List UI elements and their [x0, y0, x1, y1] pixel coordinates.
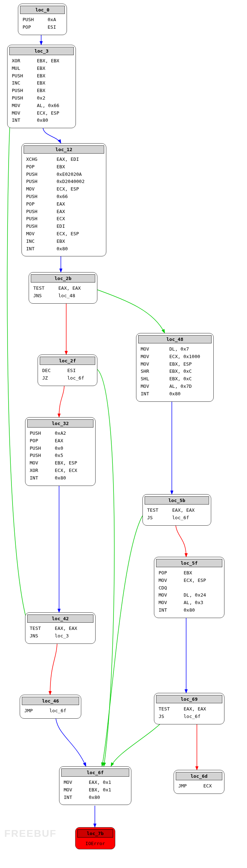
instruction: MOVECX, ESP: [26, 185, 102, 193]
block-loc-6f[interactable]: loc_6f MOVEAX, 0x1 MOVEBX, 0x1 INT0x80: [59, 766, 131, 805]
instruction: MOVECX, ESP: [26, 230, 102, 238]
edge: [97, 369, 114, 766]
instruction: MOVECX, 0x1000: [141, 353, 209, 361]
edge: [111, 720, 165, 766]
block-title: loc_12: [24, 145, 104, 154]
block-title: loc_6d: [176, 772, 222, 780]
block-title: loc_46: [22, 697, 79, 705]
instruction: XCHGEAX, EDI: [26, 156, 102, 163]
instruction: TESTEAX, EAX: [159, 705, 220, 713]
error-text: IOError: [76, 839, 115, 849]
block-title: loc_7b: [77, 829, 113, 838]
block-loc-32[interactable]: loc_32 PUSH0xA2 POPEAX PUSH0x0 PUSH0x5 M…: [25, 417, 96, 486]
instruction: MOVECX, ESP: [159, 577, 220, 584]
instruction: POPEAX: [30, 437, 91, 445]
instruction: MOVECX, ESP: [12, 110, 71, 117]
block-title: loc_3: [9, 47, 74, 55]
instruction: JNSloc_3: [30, 632, 91, 640]
instruction: PUSH0xA2: [30, 430, 91, 437]
block-body: TESTEAX, EAX JSloc_6f: [154, 703, 224, 724]
block-body: TESTEAX, EAX JNSloc_3: [25, 623, 95, 643]
instruction: MOVDL, 0x7: [141, 346, 209, 353]
block-title: loc_2f: [40, 357, 95, 365]
block-title: loc_48: [138, 335, 212, 343]
edge: [59, 381, 64, 417]
block-body: MOVDL, 0x7 MOVECX, 0x1000 MOVEBX, ESP SH…: [136, 343, 213, 401]
instruction: INT0x80: [12, 117, 71, 124]
instruction: MOVDL, 0x24: [159, 592, 220, 599]
block-title: loc_42: [27, 614, 93, 623]
instruction: PUSHEBX: [12, 87, 71, 95]
edge: [43, 127, 61, 143]
block-body: POPEBX MOVECX, ESP CDQ MOVDL, 0x24 MOVAL…: [154, 567, 224, 618]
instruction: MOVEBX, 0x1: [64, 786, 127, 794]
block-loc-0[interactable]: loc_0 PUSH0xA POPESI: [18, 4, 67, 35]
block-body: MOVEAX, 0x1 MOVEBX, 0x1 INT0x80: [59, 777, 131, 805]
instruction: SHREBX, 0xC: [141, 368, 209, 375]
block-title: loc_5f: [156, 559, 222, 567]
block-body: TESTEAX, EAX JNSloc_48: [29, 283, 97, 303]
instruction: JZloc_6f: [42, 375, 93, 382]
instruction: MOVAL, 0x66: [12, 102, 71, 110]
instruction: PUSH0xA: [23, 16, 62, 24]
instruction: JMPECX: [178, 782, 220, 790]
instruction: MOVEBX, ESP: [141, 361, 209, 368]
instruction: PUSHEBX: [12, 72, 71, 80]
block-body: PUSH0xA2 POPEAX PUSH0x0 PUSH0x5 MOVEBX, …: [25, 428, 95, 486]
block-loc-46[interactable]: loc_46 JMPloc_6f: [20, 695, 81, 719]
instruction: PUSH0x2: [12, 95, 71, 102]
block-loc-6d[interactable]: loc_6d JMPECX: [174, 770, 224, 794]
instruction: PUSH0x66: [26, 193, 102, 201]
instruction: MOVAL, 0x3: [159, 599, 220, 607]
instruction: PUSHEDI: [26, 223, 102, 230]
block-loc-2f[interactable]: loc_2f DECESI JZloc_6f: [38, 355, 97, 386]
block-title: loc_32: [27, 419, 93, 428]
instruction: JSloc_6f: [147, 514, 207, 522]
instruction: CDQ: [159, 584, 220, 592]
instruction: INT0x80: [141, 390, 209, 398]
instruction: POPEBX: [159, 569, 220, 577]
block-loc-5b[interactable]: loc_5b TESTEAX, EAX JSloc_6f: [142, 494, 211, 526]
block-title: loc_5b: [145, 496, 209, 505]
block-title: loc_0: [20, 6, 65, 14]
instruction: INT0x80: [30, 474, 91, 482]
instruction: PUSH0xE02020A: [26, 171, 102, 178]
instruction: TESTEAX, EAX: [147, 507, 207, 514]
instruction: INT0x80: [159, 607, 220, 614]
block-title: loc_69: [156, 695, 222, 703]
instruction: MOVAL, 0x7D: [141, 383, 209, 390]
instruction: PUSH0x0: [30, 445, 91, 452]
block-loc-2b[interactable]: loc_2b TESTEAX, EAX JNSloc_48: [29, 272, 97, 304]
edge: [50, 639, 57, 695]
block-loc-42[interactable]: loc_42 TESTEAX, EAX JNSloc_3: [25, 612, 96, 644]
instruction: MOVEAX, 0x1: [64, 779, 127, 786]
instruction: XORECX, ECX: [30, 467, 91, 474]
block-loc-5f[interactable]: loc_5f POPEBX MOVECX, ESP CDQ MOVDL, 0x2…: [154, 557, 224, 618]
edge: [102, 512, 145, 766]
block-body: JMPECX: [174, 780, 224, 794]
instruction: XOREBX, EBX: [12, 57, 71, 65]
block-title: loc_2b: [31, 274, 95, 283]
block-loc-7b[interactable]: loc_7b IOError: [75, 827, 115, 849]
instruction: JNSloc_48: [33, 292, 93, 300]
instruction: MULEBX: [12, 65, 71, 72]
instruction: INCEBX: [12, 79, 71, 87]
instruction: PUSHECX: [26, 215, 102, 223]
block-loc-3[interactable]: loc_3 XOREBX, EBX MULEBX PUSHEBX INCEBX …: [7, 45, 76, 128]
instruction: PUSH0x5: [30, 452, 91, 459]
instruction: PUSHEAX: [26, 208, 102, 216]
instruction: POPEAX: [26, 201, 102, 208]
block-loc-48[interactable]: loc_48 MOVDL, 0x7 MOVECX, 0x1000 MOVEBX,…: [136, 333, 214, 402]
instruction: POPESI: [23, 24, 62, 31]
instruction: DECESI: [42, 367, 93, 375]
edge: [55, 714, 86, 766]
instruction: TESTEAX, EAX: [33, 285, 93, 292]
block-body: TESTEAX, EAX JSloc_6f: [143, 505, 211, 525]
instruction: INT0x80: [64, 794, 127, 801]
instruction: SHLEBX, 0xC: [141, 375, 209, 383]
instruction: INCEBX: [26, 238, 102, 245]
block-body: XCHGEAX, EDI POPEBX PUSH0xE02020A PUSH0x…: [22, 154, 106, 256]
block-loc-69[interactable]: loc_69 TESTEAX, EAX JSloc_6f: [154, 693, 224, 724]
instruction: INT0x80: [26, 245, 102, 253]
block-loc-12[interactable]: loc_12 XCHGEAX, EDI POPEBX PUSH0xE02020A…: [21, 143, 106, 256]
